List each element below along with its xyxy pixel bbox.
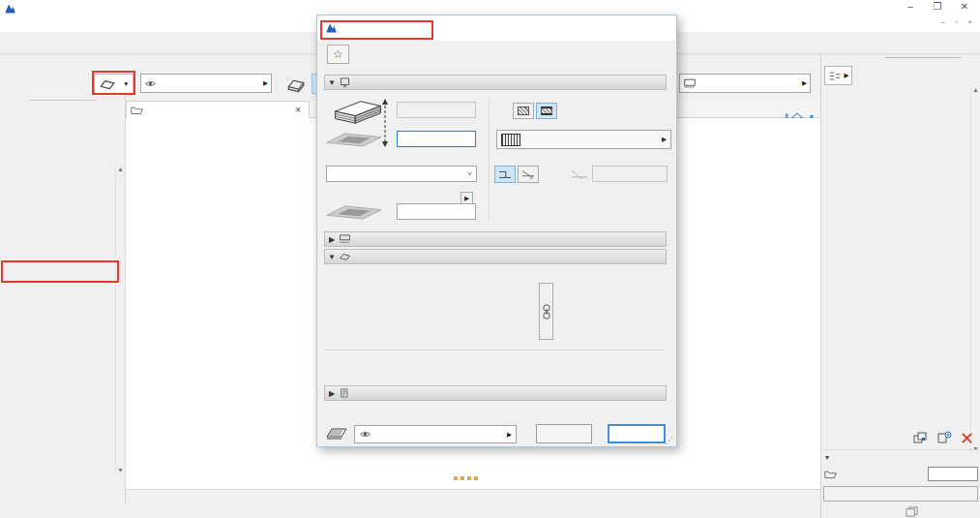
thickness-field[interactable]: [397, 102, 476, 118]
flat-slab-button[interactable]: [494, 166, 516, 183]
folder-icon: [824, 468, 837, 480]
toolbox: ▲ ▼: [0, 94, 126, 503]
close-button[interactable]: ✕: [951, 0, 978, 14]
triangle-down-icon: ▼: [325, 253, 339, 261]
slope-angle-icon: α: [571, 168, 588, 180]
tab-poziom-0[interactable]: ×: [126, 101, 310, 118]
navigator-mode-button[interactable]: ▶: [824, 66, 852, 85]
composite-swatch-icon: [501, 134, 520, 146]
eye-icon: [359, 428, 371, 441]
navigator-panel: ▶ ▲ ▼ ▾: [820, 55, 980, 518]
hatch-icon: [518, 107, 529, 115]
navigator-scrollbar[interactable]: ▲ ▼: [970, 85, 979, 453]
section-geometry[interactable]: ▼: [324, 75, 667, 90]
folder-icon: [131, 104, 143, 116]
triangle-down-icon: ▾: [825, 453, 837, 462]
svg-text:α: α: [579, 174, 583, 180]
tab-close-icon[interactable]: ×: [291, 105, 305, 115]
new-viewpoint-icon[interactable]: [936, 431, 952, 444]
slab-level-pictogram: [325, 131, 383, 147]
ok-button[interactable]: [608, 424, 666, 443]
svg-text:α: α: [530, 174, 533, 180]
chain-link-button[interactable]: [539, 283, 553, 340]
triangle-down-icon: ▼: [325, 78, 339, 87]
archicad-logo-icon: [325, 22, 338, 34]
toolbox-handle[interactable]: [29, 100, 97, 101]
section-classification[interactable]: ▶: [324, 385, 667, 401]
composite-combo[interactable]: ▶: [496, 130, 671, 149]
status-bar: [0, 505, 820, 518]
overlap-windows-icon[interactable]: [905, 505, 919, 518]
floorplan-icon: [339, 233, 351, 245]
dialog-titlebar[interactable]: [317, 15, 676, 41]
layer-combo[interactable]: ▶: [140, 74, 272, 93]
toolbox-scrollbar[interactable]: ▲ ▼: [115, 165, 124, 474]
document-icon: [339, 387, 349, 399]
chevron-down-icon: ˅: [467, 169, 472, 178]
section-plan[interactable]: ▶: [324, 231, 667, 247]
section-model[interactable]: ▼: [324, 249, 667, 264]
favorites-button[interactable]: ☆: [327, 45, 349, 64]
slab-polygon-icon: [283, 76, 309, 93]
composite-hatch-icon: [541, 107, 552, 115]
geometry-method-polygon-button[interactable]: [281, 74, 312, 94]
window-controls: – ❐ ✕: [897, 0, 978, 14]
restore-button[interactable]: ❐: [924, 0, 951, 14]
child-window-controls[interactable]: ‒ ▫ ×: [941, 17, 976, 26]
tree-icon: [828, 70, 842, 82]
settings-button[interactable]: [823, 486, 978, 502]
properties-header[interactable]: ▾: [821, 450, 980, 465]
minimize-button[interactable]: –: [897, 0, 924, 14]
scroll-up-icon[interactable]: ▲: [116, 165, 125, 173]
right-arrow-icon: ▶: [464, 195, 469, 202]
quick-options-bar: [126, 489, 820, 505]
storey-combo[interactable]: ˅: [326, 166, 477, 182]
monitor-icon: [339, 76, 351, 88]
default-slab-settings-button[interactable]: ▼: [94, 74, 134, 94]
right-arrow-icon: ▶: [662, 136, 667, 143]
slab-icon: [339, 251, 351, 262]
right-arrow-icon: ▶: [845, 72, 849, 79]
triangle-right-icon: ▶: [325, 235, 339, 244]
slab-thickness-pictogram: [330, 98, 386, 127]
right-arrow-icon: ▶: [507, 431, 512, 439]
floorplan-section-combo[interactable]: ▶: [679, 74, 811, 93]
close-panel-icon[interactable]: [961, 432, 973, 444]
scroll-down-icon[interactable]: ▼: [116, 466, 125, 474]
panel-handle[interactable]: [885, 57, 961, 59]
angle-field[interactable]: [592, 166, 668, 182]
window-titlebar: [0, 0, 980, 15]
slab-bottom-pictogram: [325, 203, 383, 220]
resize-grip[interactable]: ⋰: [665, 436, 673, 445]
triangle-right-icon: ▶: [325, 389, 339, 398]
properties-section: ▾: [821, 449, 980, 465]
chain-icon: [542, 304, 551, 320]
top-offset-field[interactable]: [397, 131, 476, 147]
eye-icon: [144, 77, 157, 90]
chevron-down-icon[interactable]: ▼: [123, 80, 129, 87]
slab-icon: [95, 76, 120, 92]
cancel-button[interactable]: [536, 424, 592, 443]
floorplan-icon: [683, 77, 697, 90]
docked-palette-indicator: [454, 476, 481, 480]
plain-slab-button[interactable]: [513, 103, 534, 119]
composite-slab-button[interactable]: [536, 103, 557, 119]
scroll-up-icon[interactable]: ▲: [971, 85, 980, 94]
footer-layer-combo[interactable]: ▶: [354, 425, 517, 443]
sloped-slab-button[interactable]: α: [518, 166, 539, 183]
layer-stack-icon: [326, 426, 347, 441]
slab-settings-dialog: ☆ ▼ ˅ ▶: [316, 15, 677, 447]
right-arrow-icon: ▶: [802, 79, 807, 87]
viewpoint-settings-icon[interactable]: [912, 431, 928, 444]
storey-name-input[interactable]: [928, 467, 978, 481]
bottom-level-field[interactable]: [397, 203, 476, 220]
archicad-logo-icon: [4, 3, 16, 15]
right-arrow-icon: ▶: [263, 79, 268, 87]
